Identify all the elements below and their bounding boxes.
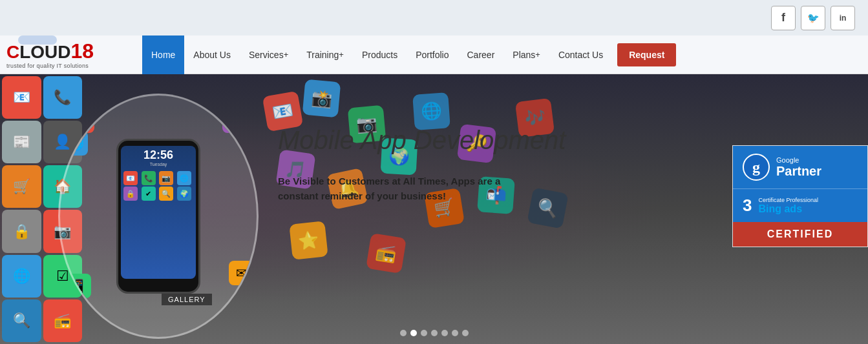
circle-icon-5: ✉ [229,261,253,285]
scatter-9: 🌐 [412,92,450,130]
tile-5: 🛒 [2,165,41,208]
scatter-2: 📸 [302,79,341,118]
phone-time: 12:56 [121,146,196,162]
p-icon-8: 🌍 [177,187,191,201]
nav-portfolio[interactable]: Portfolio [407,35,458,74]
scatter-8: 📻 [366,233,407,274]
nav-about[interactable]: About Us [184,35,240,74]
phone-body: 12:56 Tuesday 📧 📞 📷 🌐 🔒 ✔ 🔍 🌍 [116,139,200,294]
hero-dots [400,330,469,336]
p-icon-2: 📞 [142,171,156,185]
cert-panel: g Google Partner 3 Certificate Professio… [732,145,868,247]
nav-career[interactable]: Career [458,35,504,74]
logo[interactable]: CLOUD18 trusted for quality IT solutions [6,41,136,69]
nav-services[interactable]: Services [240,35,297,74]
main-nav: Home About Us Services Training Products… [142,35,862,74]
tile-1: 📧 [2,76,41,119]
tile-9: 🌐 [2,255,41,298]
hero-title: Mobile App Development [278,126,601,155]
dot-2[interactable] [410,330,417,336]
p-icon-7: 🔍 [159,187,173,201]
tile-3: 📰 [2,121,41,163]
p-icon-3: 📷 [159,171,173,185]
phone-circle: 12:56 Tuesday 📧 📞 📷 🌐 🔒 ✔ 🔍 🌍 📧 🌐 📱 🎵 ✉ [58,94,259,339]
logo-tagline: trusted for quality IT solutions [6,63,94,69]
twitter-icon[interactable]: 🐦 [801,6,825,30]
scatter-7: ⭐ [289,221,328,259]
partner-label: Partner [776,164,821,179]
logo-c: C [6,42,19,62]
google-label: Google [776,156,821,164]
cert-google: g Google Partner [733,146,867,188]
facebook-icon[interactable]: f [771,6,796,30]
p-icon-6: ✔ [142,187,156,201]
tile-12: 📻 [43,299,83,342]
cert-bing-right: Certificate Professional Bing ads [758,197,818,215]
nav-training[interactable]: Training [297,35,353,74]
nav-products[interactable]: Products [353,35,407,74]
cert-google-text: Google Partner [776,156,821,179]
phone-screen: 12:56 Tuesday 📧 📞 📷 🌐 🔒 ✔ 🔍 🌍 [121,146,196,279]
bing-logo: Bing ads [758,203,818,215]
dot-1[interactable] [400,330,407,336]
linkedin-icon[interactable]: in [831,6,855,30]
dot-6[interactable] [452,330,458,336]
p-icon-4: 🌐 [177,171,191,185]
navbar: CLOUD18 trusted for quality IT solutions… [0,35,868,74]
cert-level-label: Certificate Professional [758,197,818,203]
p-icon-1: 📧 [123,171,138,185]
circle-icon-2: 🌐 [63,131,88,156]
circle-icon-1: 📧 [70,108,94,133]
tile-11: 🔍 [2,299,41,342]
cert-num: 3 [743,196,752,216]
tile-7: 🔒 [2,210,41,252]
top-bar: f 🐦 in [0,0,868,35]
dot-3[interactable] [421,330,427,336]
nav-plans[interactable]: Plans [503,35,549,74]
nav-home[interactable]: Home [142,35,184,74]
hero-description: Be Visible to Customers at All Times, Ap… [278,174,524,203]
request-button[interactable]: Request [617,43,676,66]
logo-num: 18 [71,39,94,63]
phone-icons-grid: 📧 📞 📷 🌐 🔒 ✔ 🔍 🌍 [121,168,196,203]
google-g-icon: g [743,154,770,181]
dot-7[interactable] [462,330,469,336]
logo-loud: LOUD [19,42,70,62]
dot-5[interactable] [441,330,448,336]
hero-banner: 📧 📞 📰 👤 🛒 🏠 🔒 📷 🌐 ☑ 🔍 📻 12:56 Tuesday 📧 … [0,74,868,344]
scattered-icons: 📧 📸 📷 🎵 🔔 🌍 ⭐ 📻 🌐 🔑 🛒 📬 🎶 🔍 [252,74,575,344]
p-icon-5: 🔒 [123,187,138,201]
gallery-label: GALLERY [162,294,212,305]
cert-bing: 3 Certificate Professional Bing ads [733,188,867,222]
nav-contact[interactable]: Contact Us [549,35,612,74]
hero-content: Mobile App Development Be Visible to Cus… [278,126,601,203]
circle-icon-4: 🎵 [222,108,247,133]
circle-icon-3: 📱 [67,274,91,298]
dot-4[interactable] [431,330,438,336]
certified-bar: CERTIFIED [733,222,867,247]
phone-date: Tuesday [121,162,196,167]
